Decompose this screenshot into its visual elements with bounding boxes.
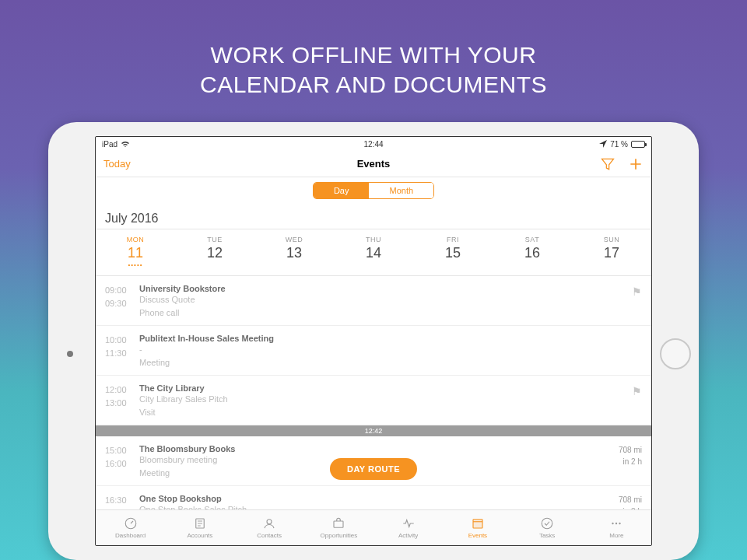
day-cell[interactable]: SUN 17 (572, 229, 651, 275)
event-kind: Meeting (139, 356, 636, 369)
day-of-week: WED (254, 236, 334, 243)
tab-events[interactable]: Events (443, 510, 512, 545)
event-row[interactable]: 10:0011:30 Publitext In-House Sales Meet… (96, 326, 651, 376)
month-label: July 2016 (96, 207, 651, 229)
day-cell[interactable]: WED 13 (254, 229, 334, 275)
activity-icon (402, 516, 416, 530)
day-of-week: THU (334, 236, 413, 243)
events-icon (471, 516, 485, 530)
battery-icon (631, 141, 645, 148)
promo-headline: WORK OFFLINE WITH YOUR CALENDAR AND DOCU… (200, 40, 547, 99)
ipad-home-button[interactable] (660, 338, 691, 369)
day-route-button[interactable]: DAY ROUTE (330, 458, 417, 480)
week-row: MON 11 •••••TUE 12 WED 13 THU 14 FRI 15 … (96, 229, 651, 276)
tab-label: Opportunities (321, 532, 358, 539)
tasks-icon (540, 516, 554, 530)
tab-label: Events (468, 532, 487, 539)
event-subtitle: One Stop Books Sales Pitch (139, 503, 612, 509)
event-kind: Phone call (139, 306, 626, 320)
day-cell[interactable]: TUE 12 (175, 229, 254, 275)
tab-label: Contacts (257, 532, 282, 539)
day-number: 11 (96, 245, 175, 261)
tab-label: More (609, 532, 623, 539)
more-icon (609, 516, 623, 530)
day-number: 15 (413, 245, 493, 261)
tab-label: Dashboard (115, 532, 146, 539)
day-number: 13 (254, 245, 334, 261)
tab-accounts[interactable]: Accounts (165, 510, 234, 545)
event-dots (413, 261, 493, 268)
event-row[interactable]: 16:3017:30 One Stop Bookshop One Stop Bo… (96, 486, 651, 509)
tab-label: Tasks (539, 532, 555, 539)
opportunities-icon (331, 516, 345, 530)
day-cell[interactable]: SAT 16 (493, 229, 572, 275)
day-number: 16 (493, 245, 572, 261)
event-meta: ⚑ (626, 284, 642, 319)
event-times: 15:0016:00 (105, 444, 133, 479)
event-meta (636, 334, 642, 369)
event-times: 10:0011:30 (105, 334, 133, 369)
event-row[interactable]: 09:0009:30 University Bookstore Discuss … (96, 276, 651, 326)
status-time: 12:44 (96, 140, 651, 149)
event-dots (334, 261, 413, 268)
day-cell[interactable]: THU 14 (334, 229, 413, 275)
event-subtitle: City Library Sales Pitch (139, 393, 626, 406)
segment-month[interactable]: Month (369, 183, 433, 198)
event-meta: 708 miin 3 h (612, 494, 642, 509)
event-dots (493, 261, 572, 268)
tab-bar: Dashboard Accounts Contacts Opportunitie… (96, 509, 651, 545)
svg-point-8 (615, 523, 617, 524)
tab-activity[interactable]: Activity (374, 510, 443, 545)
nav-bar: Today Events (96, 151, 651, 177)
svg-point-7 (612, 523, 614, 524)
tab-label: Activity (398, 532, 418, 539)
status-bar: iPad 12:44 71 % (96, 137, 651, 151)
event-title: One Stop Bookshop (139, 494, 612, 503)
tab-dashboard[interactable]: Dashboard (96, 510, 165, 545)
day-cell[interactable]: MON 11 ••••• (96, 229, 175, 275)
svg-rect-4 (473, 520, 482, 528)
svg-point-6 (542, 518, 552, 529)
event-title: Publitext In-House Sales Meeting (139, 334, 636, 343)
event-list[interactable]: 09:0009:30 University Bookstore Discuss … (96, 276, 651, 509)
tab-contacts[interactable]: Contacts (235, 510, 304, 545)
contacts-icon (262, 516, 276, 530)
event-title: The City Library (139, 383, 626, 393)
event-title: University Bookstore (139, 284, 626, 293)
page-title: Events (96, 158, 651, 170)
day-number: 12 (175, 245, 254, 261)
current-time-bar: 12:42 (96, 425, 651, 436)
event-row[interactable]: 12:0013:00 The City Library City Library… (96, 376, 651, 425)
day-of-week: SAT (493, 236, 572, 243)
svg-rect-3 (334, 521, 343, 527)
svg-point-2 (267, 520, 272, 524)
segment-day[interactable]: Day (314, 183, 370, 198)
dashboard-icon (124, 516, 138, 530)
ipad-camera (67, 351, 73, 357)
event-distance: 708 mi (619, 494, 642, 506)
event-eta: in 3 h (619, 506, 642, 509)
view-segmented-control: Day Month (96, 177, 651, 207)
day-of-week: FRI (413, 236, 493, 243)
event-meta: 708 miin 2 h (612, 444, 642, 479)
day-of-week: TUE (175, 236, 254, 243)
event-title: The Bloomsbury Books (139, 444, 612, 453)
day-number: 14 (334, 245, 413, 261)
event-times: 16:3017:30 (105, 494, 133, 509)
ipad-frame: iPad 12:44 71 % Today Events (48, 122, 699, 560)
tab-tasks[interactable]: Tasks (513, 510, 582, 545)
day-of-week: SUN (572, 236, 651, 243)
event-dots: ••••• (96, 261, 175, 268)
svg-point-9 (619, 523, 621, 524)
day-number: 17 (572, 245, 651, 261)
tab-more[interactable]: More (582, 510, 651, 545)
event-times: 12:0013:00 (105, 383, 133, 418)
event-meta: ⚑ (626, 383, 642, 418)
day-cell[interactable]: FRI 15 (413, 229, 493, 275)
event-subtitle: - (139, 343, 636, 356)
tab-opportunities[interactable]: Opportunities (304, 510, 374, 545)
map-pin-icon: ⚑ (632, 385, 642, 397)
event-distance: 708 mi (619, 444, 642, 456)
day-of-week: MON (96, 236, 175, 243)
event-subtitle: Discuss Quote (139, 293, 626, 306)
